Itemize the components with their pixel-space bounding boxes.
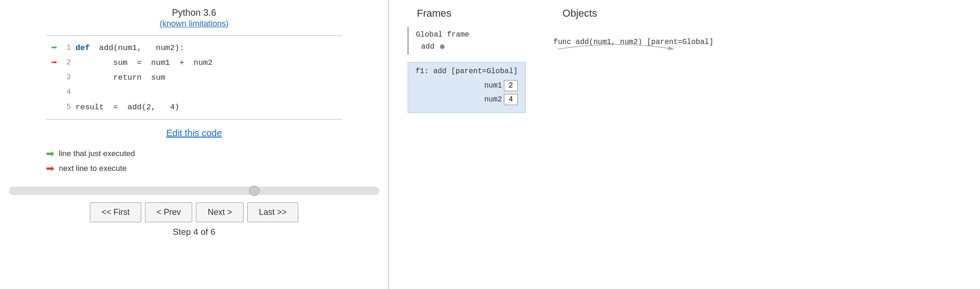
right-panel: Frames Objects Global frame add f1: add …: [389, 0, 980, 289]
code-line-1: ➡ 1 def add(num1, num2):: [46, 40, 342, 55]
line-code-2: sum = num1 + num2: [75, 58, 213, 67]
f1-num1-name: num1: [476, 82, 504, 90]
last-button[interactable]: Last >>: [247, 202, 298, 222]
legend-green: ➡ line that just executed: [46, 148, 342, 160]
legend-red-arrow-icon: ➡: [46, 163, 54, 175]
line-num-5: 5: [63, 103, 75, 111]
green-arrow-icon: ➡: [51, 42, 57, 54]
add-dot-icon: [440, 44, 445, 49]
func-obj-text: func add(num1, num2) [parent=Global]: [553, 38, 714, 46]
code-line-2: ➡ 2 sum = num1 + num2: [46, 55, 342, 70]
step-label: Step 4 of 6: [173, 227, 215, 237]
objects-column: func add(num1, num2) [parent=Global]: [553, 27, 714, 113]
line-num-1: 1: [63, 44, 75, 52]
next-button[interactable]: Next >: [196, 202, 244, 222]
global-frame-label: Global frame: [416, 31, 518, 39]
line-code-5: result = add(2, 4): [75, 103, 179, 112]
first-button[interactable]: << First: [90, 202, 141, 222]
code-box: ➡ 1 def add(num1, num2): ➡ 2 sum = num1 …: [46, 35, 342, 119]
code-line-4: 4: [46, 85, 342, 100]
slider-container: [4, 187, 384, 195]
python-version-title: Python 3.6 (known limitations): [159, 7, 228, 29]
line-num-3: 3: [63, 73, 75, 82]
f1-num1-value: 2: [504, 80, 518, 91]
step-slider[interactable]: [9, 187, 379, 195]
edit-code-link[interactable]: Edit this code: [166, 128, 222, 138]
line-code-1: def add(num1, num2):: [75, 44, 184, 52]
left-panel: Python 3.6 (known limitations) ➡ 1 def a…: [0, 0, 389, 289]
f1-frame-label: f1: add [parent=Global]: [415, 67, 518, 75]
f1-num2-name: num2: [476, 95, 504, 104]
f1-num2-row: num2 4: [415, 94, 518, 105]
nav-buttons: << First < Prev Next > Last >>: [90, 202, 298, 222]
add-var-row: add: [416, 43, 518, 51]
line-code-3: return sum: [75, 73, 165, 82]
legend-red: ➡ next line to execute: [46, 163, 342, 175]
python-version-text: Python 3.6: [172, 7, 216, 18]
frames-heading: Frames: [417, 7, 452, 19]
code-line-3: 3 return sum: [46, 70, 342, 85]
line-num-2: 2: [63, 58, 75, 67]
global-frame-box: Global frame add: [408, 27, 526, 55]
f1-num2-value: 4: [504, 94, 518, 105]
f1-num1-row: num1 2: [415, 80, 518, 91]
legend: ➡ line that just executed ➡ next line to…: [46, 148, 342, 177]
line-num-4: 4: [63, 88, 75, 96]
objects-heading: Objects: [563, 7, 597, 19]
func-obj-label: func add(num1, num2) [parent=Global]: [553, 38, 714, 46]
prev-button[interactable]: < Prev: [145, 202, 193, 222]
code-line-5: 5 result = add(2, 4): [46, 100, 342, 114]
right-header: Frames Objects: [408, 7, 961, 19]
add-var-name: add: [416, 43, 434, 51]
legend-green-label: line that just executed: [59, 149, 135, 158]
frames-column: Global frame add f1: add [parent=Global]…: [408, 27, 526, 113]
f1-frame-box: f1: add [parent=Global] num1 2 num2 4: [408, 62, 526, 113]
known-limitations-link[interactable]: (known limitations): [159, 19, 228, 28]
legend-red-label: next line to execute: [59, 164, 126, 173]
arrow-col-2: ➡: [46, 57, 63, 69]
arrow-col-1: ➡: [46, 42, 63, 54]
legend-green-arrow-icon: ➡: [46, 148, 54, 160]
red-arrow-icon: ➡: [51, 57, 57, 69]
visualization-area: Global frame add f1: add [parent=Global]…: [408, 27, 961, 113]
